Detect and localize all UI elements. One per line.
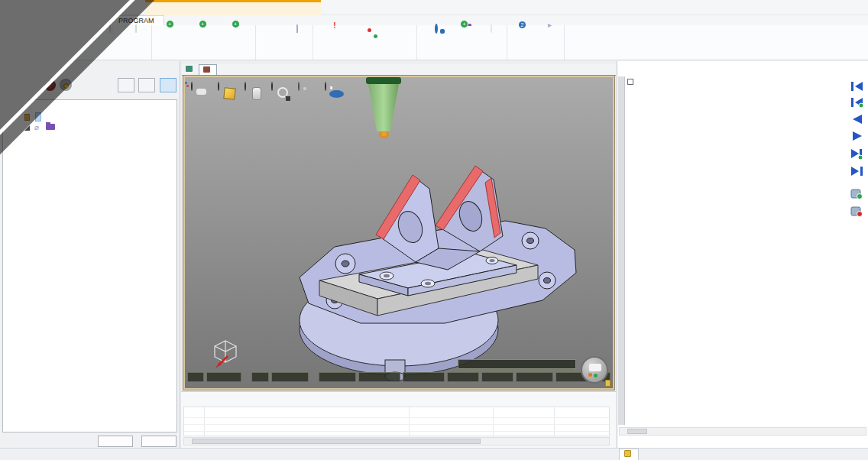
c-value <box>481 372 513 382</box>
apt-file-icon <box>296 24 298 33</box>
title-bar <box>0 0 868 15</box>
functions-button[interactable] <box>381 26 414 52</box>
program-doc-icon <box>605 380 611 387</box>
nc-functions-button[interactable] <box>348 26 381 52</box>
send-to-dnc-button[interactable] <box>536 26 562 52</box>
target-icon[interactable] <box>60 79 72 91</box>
mcode-value <box>251 372 269 382</box>
step-back-button[interactable] <box>853 115 862 124</box>
send-program-group <box>507 25 565 60</box>
copy-button[interactable] <box>97 26 123 52</box>
paste-button[interactable] <box>123 26 149 52</box>
eye-hidden-icon[interactable] <box>34 122 44 133</box>
add-group-button[interactable] <box>452 26 478 52</box>
go-to-end-button[interactable] <box>851 167 863 176</box>
operations-tree <box>2 99 177 432</box>
step-back-block-button[interactable] <box>851 98 863 108</box>
add-operations-group <box>313 25 417 60</box>
replay-simulation-button[interactable] <box>419 26 452 52</box>
panel-header-icons <box>151 64 176 72</box>
import-group <box>256 25 313 60</box>
cancel-button[interactable] <box>141 436 177 447</box>
axis-triad-icon <box>209 338 241 370</box>
tab-project-document[interactable] <box>182 64 199 76</box>
view-mode-1-button[interactable] <box>118 78 134 92</box>
view-mode-3-button[interactable] <box>160 78 177 92</box>
operations-management-group <box>417 25 507 60</box>
program-tab[interactable] <box>619 449 639 460</box>
ribbon <box>0 25 868 60</box>
program-group-item[interactable] <box>627 78 847 87</box>
remove-stop-button[interactable] <box>851 207 863 217</box>
tab-process-edit[interactable] <box>199 64 217 76</box>
group-caption <box>316 52 414 60</box>
blank-box <box>516 372 553 382</box>
add-stop-button[interactable] <box>851 190 863 199</box>
panel-header-icons <box>588 395 612 403</box>
play-button[interactable] <box>853 131 862 141</box>
window-controls <box>801 0 865 15</box>
tree-toolbar <box>0 76 180 96</box>
feed-value <box>206 372 242 382</box>
gcode-value <box>187 372 204 382</box>
errors-table <box>183 407 610 436</box>
simulation-viewport[interactable] <box>183 76 614 390</box>
program-list <box>627 78 847 425</box>
minimize-button[interactable] <box>801 0 822 15</box>
scrollbar-thumb[interactable] <box>627 429 647 434</box>
machine-button[interactable] <box>187 26 220 52</box>
group-caption <box>419 52 504 60</box>
tree-program-item[interactable] <box>3 112 177 122</box>
solid-view-button[interactable] <box>218 82 219 91</box>
group-caption <box>510 52 562 60</box>
spindle-value <box>271 372 309 382</box>
nc-status-bar <box>187 372 611 382</box>
expanded-triangle-icon[interactable] <box>24 125 30 131</box>
errors-hscrollbar[interactable] <box>183 437 610 445</box>
viewport-toolbar <box>191 83 348 113</box>
milling-button[interactable] <box>316 26 348 52</box>
setup-button[interactable] <box>154 26 187 52</box>
process-edit-panel <box>0 61 180 448</box>
program-hscrollbar[interactable] <box>619 427 866 436</box>
copy-icon <box>109 24 111 33</box>
group-caption <box>154 52 253 60</box>
folder-icon <box>46 124 55 130</box>
apt-file-button[interactable] <box>284 26 310 52</box>
repeat-button[interactable] <box>478 26 504 52</box>
machine-status-icon[interactable] <box>581 356 608 384</box>
add-resources-group <box>152 25 256 60</box>
viewport-tab-bar <box>182 64 616 76</box>
cumulated-time-box <box>458 359 576 369</box>
process-icon <box>203 66 210 73</box>
a-value <box>447 372 479 382</box>
stock-view-button[interactable] <box>245 82 246 91</box>
play-to-next-button[interactable] <box>851 149 863 160</box>
tree-group-item[interactable] <box>3 122 177 133</box>
scrollbar-thumb[interactable] <box>192 439 481 444</box>
group-caption <box>258 52 310 60</box>
use-tool-list-button[interactable] <box>220 26 253 52</box>
copy-on-disk-button[interactable] <box>510 26 536 52</box>
close-button[interactable] <box>844 0 865 15</box>
view-mode-2-button[interactable] <box>138 78 155 92</box>
paste-icon <box>135 24 137 33</box>
warning-icon <box>24 114 30 121</box>
program-iso-button[interactable] <box>258 26 284 52</box>
process-errors-panel <box>181 391 616 448</box>
record-icon[interactable] <box>44 79 56 91</box>
restore-button[interactable] <box>822 0 844 15</box>
go-to-start-button[interactable] <box>851 82 863 91</box>
refresh-view-button[interactable] <box>325 82 326 91</box>
view-orientation-button[interactable] <box>191 82 193 91</box>
apply-button[interactable] <box>98 436 133 447</box>
tree-root-item[interactable] <box>3 100 177 111</box>
selection-mode-button[interactable] <box>298 82 300 91</box>
cutting-tool <box>364 77 403 138</box>
collapse-icon[interactable] <box>627 79 633 85</box>
clipboard-group <box>95 25 152 60</box>
z-value <box>403 372 445 382</box>
zoom-button[interactable] <box>271 82 273 91</box>
program-panel <box>617 61 868 448</box>
contextual-tab-process-edit[interactable] <box>145 0 321 15</box>
